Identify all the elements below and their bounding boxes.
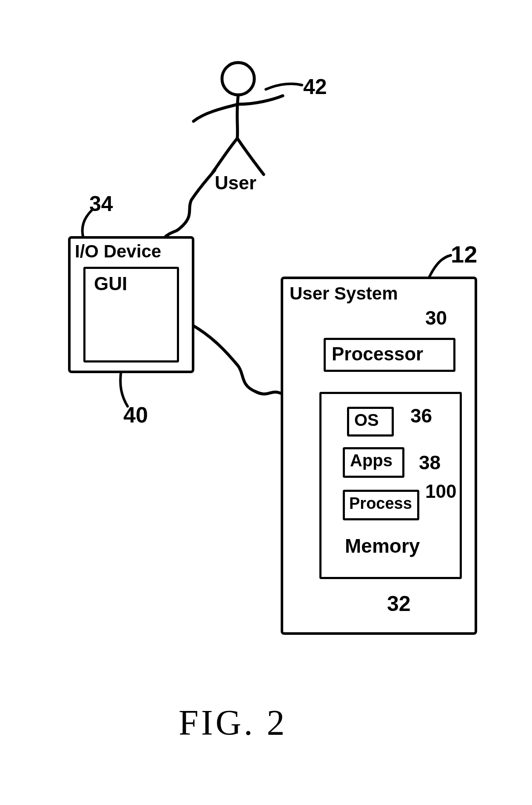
process-box: Process: [343, 490, 419, 520]
figure-canvas: User 42 I/O Device GUI 34 40 User System…: [0, 0, 532, 805]
user-system-label: User System: [290, 283, 398, 304]
apps-label: Apps: [350, 451, 393, 470]
processor-label: Processor: [332, 343, 423, 365]
os-box: OS: [347, 407, 394, 437]
user-system-ref: 12: [451, 240, 477, 268]
process-ref: 100: [425, 481, 456, 502]
gui-box: GUI: [83, 267, 179, 363]
processor-box: Processor: [324, 338, 455, 372]
processor-ref: 30: [425, 306, 447, 329]
user-system-box: User System Processor OS Apps Process Me…: [281, 277, 477, 635]
svg-point-0: [222, 63, 254, 95]
gui-label: GUI: [94, 273, 127, 294]
io-device-ref: 34: [89, 191, 113, 216]
user-stick-figure: [193, 63, 283, 174]
gui-ref: 40: [123, 402, 148, 428]
figure-title: FIG. 2: [179, 702, 287, 743]
apps-box: Apps: [343, 447, 404, 478]
io-device-box: I/O Device GUI: [68, 236, 194, 373]
user-label: User: [215, 172, 256, 194]
io-device-label: I/O Device: [75, 241, 161, 262]
memory-ref: 32: [387, 591, 411, 616]
memory-label: Memory: [345, 534, 420, 557]
os-ref: 36: [410, 404, 432, 427]
apps-ref: 38: [419, 451, 441, 474]
os-label: OS: [354, 411, 379, 430]
process-label: Process: [349, 494, 412, 513]
user-ref: 42: [303, 74, 327, 99]
